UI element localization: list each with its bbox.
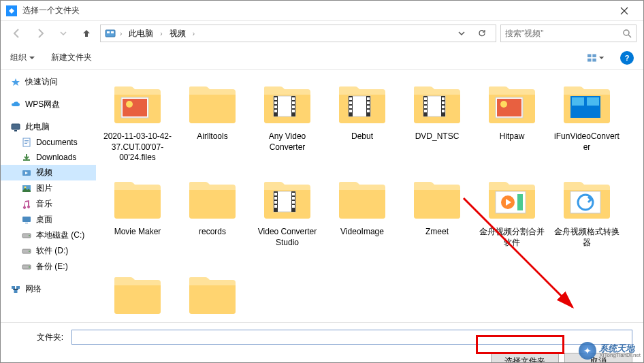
crumb-video[interactable]: 视频	[167, 27, 189, 41]
folder-label: Video Converter Studio	[251, 227, 323, 248]
svg-rect-47	[349, 101, 352, 104]
sidebar-item[interactable]: 视频	[1, 165, 96, 180]
pic-icon	[21, 183, 32, 194]
sidebar-item[interactable]: 本地磁盘 (C:)	[1, 227, 96, 243]
sidebar-item[interactable]: 备份 (E:)	[1, 259, 96, 274]
folder-item[interactable]	[100, 268, 175, 322]
new-folder-button[interactable]: 新建文件夹	[51, 52, 92, 63]
sidebar-item-label: Documents	[36, 138, 78, 147]
crumb-pc[interactable]: 此电脑	[126, 27, 156, 41]
folder-label: Airlltools	[195, 131, 229, 142]
folder-item[interactable]: records	[175, 172, 250, 268]
sidebar-item-label: 图片	[36, 183, 52, 194]
folder-item[interactable]: Debut	[325, 77, 400, 172]
forward-button[interactable]	[31, 24, 50, 43]
svg-rect-18	[22, 217, 31, 222]
sidebar-item-label: Downloads	[36, 153, 76, 162]
folder-label: Hitpaw	[498, 131, 526, 142]
folder-item[interactable]: Hitpaw	[474, 77, 549, 172]
video-icon	[21, 168, 32, 178]
help-button[interactable]: ?	[620, 51, 634, 65]
folder-item[interactable]: Movie Maker	[100, 172, 175, 268]
cancel-button[interactable]: 取消	[564, 353, 632, 363]
svg-rect-81	[292, 205, 295, 208]
folder-item[interactable]: 2020-11-03-10-42-37.CUT.00'07-00'24.file…	[100, 77, 175, 172]
nav-row: › 此电脑 › 视频 ›	[1, 21, 643, 46]
folder-icon	[110, 272, 165, 319]
organize-menu[interactable]: 组织	[10, 52, 35, 63]
drive-icon	[21, 246, 32, 257]
chevron-right-icon: ›	[118, 30, 123, 37]
svg-point-31	[126, 101, 133, 108]
up-button[interactable]	[77, 24, 96, 43]
svg-rect-76	[274, 201, 277, 204]
svg-rect-37	[274, 106, 277, 108]
sidebar-item-label: 视频	[36, 167, 52, 178]
folder-icon	[485, 81, 539, 129]
svg-rect-51	[367, 101, 370, 104]
star-icon	[10, 77, 21, 88]
folder-item[interactable]: Video Converter Studio	[250, 172, 325, 268]
svg-rect-41	[292, 106, 295, 108]
folder-icon	[410, 81, 464, 129]
svg-rect-36	[274, 101, 277, 104]
music-icon	[21, 199, 32, 210]
folder-icon	[560, 81, 614, 129]
folder-icon	[110, 81, 165, 129]
folder-label: 金舟视频分割合并软件	[476, 227, 548, 248]
folder-item[interactable]: 金舟视频分割合并软件	[474, 172, 549, 268]
folder-item[interactable]: VideoImage	[325, 172, 400, 268]
folder-name-input[interactable]	[71, 330, 632, 345]
sidebar-quick-access[interactable]: 快速访问	[1, 74, 96, 90]
breadcrumb[interactable]: › 此电脑 › 视频 ›	[100, 25, 496, 42]
sidebar-item[interactable]: 桌面	[1, 212, 96, 227]
folder-label: Debut	[350, 131, 374, 142]
toolbar: 组织 新建文件夹 ?	[1, 46, 643, 70]
select-folder-button[interactable]: 选择文件夹	[491, 353, 559, 363]
svg-rect-50	[367, 97, 370, 100]
sidebar-item[interactable]: 音乐	[1, 196, 96, 212]
svg-rect-75	[274, 197, 277, 200]
folder-item[interactable]	[175, 268, 250, 322]
svg-rect-53	[367, 110, 370, 112]
svg-rect-30	[123, 99, 147, 116]
search-box[interactable]	[500, 25, 637, 42]
recent-dropdown[interactable]	[54, 24, 73, 43]
svg-rect-63	[442, 106, 445, 108]
folder-item[interactable]: 金舟视频格式转换器	[549, 172, 624, 268]
sidebar-item[interactable]: 软件 (D:)	[1, 243, 96, 259]
svg-rect-61	[442, 97, 445, 100]
sidebar-network[interactable]: 网络	[1, 281, 96, 297]
svg-rect-12	[25, 142, 29, 142]
svg-point-23	[29, 251, 30, 252]
sidebar-item[interactable]: 图片	[1, 180, 96, 196]
sidebar-item[interactable]: Downloads	[1, 150, 96, 165]
breadcrumb-dropdown[interactable]	[452, 24, 471, 43]
sidebar-item[interactable]: Documents	[1, 135, 96, 150]
svg-rect-62	[442, 101, 445, 104]
folder-label: 2020-11-03-10-42-37.CUT.00'07-00'24.file…	[101, 131, 174, 163]
folder-icon	[260, 176, 315, 224]
svg-rect-74	[274, 193, 277, 195]
sidebar-this-pc[interactable]: 此电脑	[1, 119, 96, 135]
folder-item[interactable]: Airlltools	[175, 77, 250, 172]
svg-rect-19	[25, 223, 28, 223]
folder-item[interactable]: Zmeet	[400, 172, 474, 268]
folder-item[interactable]: iFunVideoConverter	[549, 77, 624, 172]
svg-rect-79	[292, 197, 295, 200]
close-button[interactable]	[611, 1, 638, 21]
svg-rect-49	[349, 110, 352, 112]
folder-icon	[260, 81, 315, 129]
refresh-button[interactable]	[472, 24, 492, 43]
cloud-icon	[10, 99, 21, 110]
filename-row: 文件夹:	[12, 330, 632, 345]
folder-item[interactable]: Any Video Converter	[250, 77, 325, 172]
search-input[interactable]	[505, 29, 622, 38]
svg-rect-5	[592, 54, 596, 57]
content-area: 2020-11-03-10-42-37.CUT.00'07-00'24.file…	[96, 70, 643, 322]
view-options-button[interactable]	[587, 50, 604, 66]
back-button[interactable]	[7, 24, 27, 43]
sidebar-wps[interactable]: WPS网盘	[1, 97, 96, 112]
folder-item[interactable]: DVD_NTSC	[400, 77, 474, 172]
svg-rect-38	[274, 110, 277, 112]
